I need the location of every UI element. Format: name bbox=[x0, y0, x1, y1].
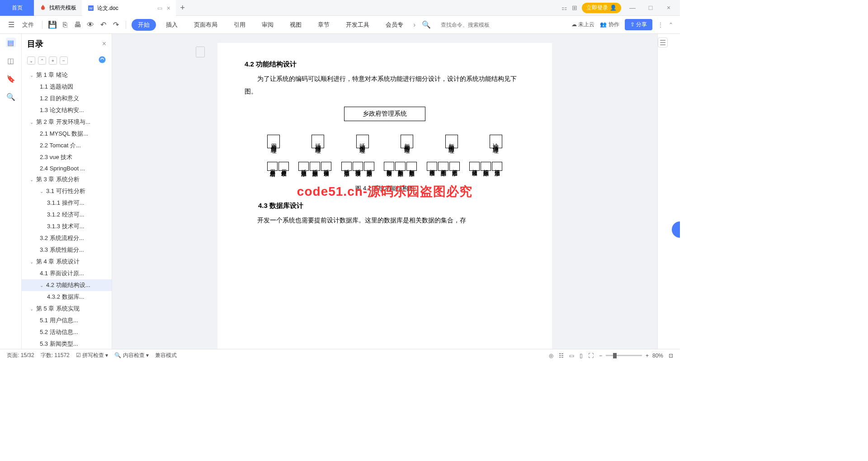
close-panel-icon[interactable]: × bbox=[102, 40, 106, 48]
menu-member[interactable]: 会员专 bbox=[379, 19, 410, 31]
split-icon[interactable]: ▭ bbox=[157, 5, 162, 11]
menu-start[interactable]: 开始 bbox=[132, 19, 156, 31]
zoom-in-icon[interactable]: + bbox=[646, 353, 649, 359]
search-panel-icon[interactable]: 🔍 bbox=[6, 92, 16, 102]
minimize-button[interactable]: — bbox=[626, 4, 639, 11]
page-mode-icon[interactable]: ▯ bbox=[580, 353, 583, 359]
close-button[interactable]: × bbox=[662, 4, 675, 11]
settings-icon[interactable]: ☰ bbox=[658, 38, 668, 47]
outline-item[interactable]: 3.1.2 经济可... bbox=[22, 209, 112, 221]
page-margin-icon[interactable] bbox=[196, 47, 205, 57]
maximize-button[interactable]: □ bbox=[644, 4, 657, 11]
outline-icon[interactable]: ▤ bbox=[6, 38, 16, 47]
outline-item[interactable]: 3.1.1 操作可... bbox=[22, 197, 112, 209]
tab-home[interactable]: 首页 bbox=[0, 0, 34, 16]
outline-item[interactable]: 5.2 活动信息... bbox=[22, 326, 112, 338]
tab-template[interactable]: 找稻壳模板 bbox=[34, 0, 82, 16]
outline-item[interactable]: 1.2 目的和意义 bbox=[22, 93, 112, 104]
layout-icon[interactable]: ⚏ bbox=[561, 4, 567, 11]
export-icon[interactable]: ⎘ bbox=[61, 20, 70, 29]
outline-item[interactable]: 2.3 vue 技术 bbox=[22, 151, 112, 163]
word-count[interactable]: 字数: 11572 bbox=[41, 352, 70, 359]
apps-icon[interactable]: ⊞ bbox=[572, 4, 577, 11]
diagram-leaf: 坛信息添加 bbox=[492, 162, 502, 171]
share-button[interactable]: ⇪ 分享 bbox=[625, 19, 652, 30]
menu-dev[interactable]: 开发工具 bbox=[340, 19, 376, 31]
tab-label: 找稻壳模板 bbox=[49, 4, 76, 12]
remove-icon[interactable]: − bbox=[60, 56, 68, 65]
read-mode-icon[interactable]: ☷ bbox=[559, 353, 564, 359]
file-menu[interactable]: 文件 bbox=[19, 19, 37, 31]
zoom-slider[interactable] bbox=[606, 355, 642, 356]
menu-review[interactable]: 审阅 bbox=[255, 19, 280, 31]
fit-icon[interactable]: ⊡ bbox=[669, 353, 673, 359]
diagram-node: 新闻类型管理 bbox=[401, 135, 413, 148]
new-tab-button[interactable]: + bbox=[176, 3, 189, 13]
outline-item[interactable]: ⌄第 2 章 开发环境与... bbox=[22, 116, 112, 128]
outline-item[interactable]: 2.2 Tomcat 介... bbox=[22, 140, 112, 151]
search-icon: 🔍 bbox=[422, 20, 431, 29]
cloud-status[interactable]: ☁ 未上云 bbox=[571, 21, 594, 28]
spellcheck-button[interactable]: ☑ 拼写检查 ▾ bbox=[76, 352, 108, 359]
expand-all-icon[interactable]: ⌃ bbox=[38, 56, 46, 65]
compat-mode[interactable]: 兼容模式 bbox=[155, 352, 177, 359]
outline-item[interactable]: 4.1 界面设计原... bbox=[22, 268, 112, 279]
login-button[interactable]: 立即登录👤 bbox=[582, 3, 621, 13]
diagram-node: 新闻动态管理 bbox=[445, 135, 458, 148]
diagram-leaf: 闻动态添加 bbox=[449, 162, 460, 171]
outline-item[interactable]: ⌄第 4 章 系统设计 bbox=[22, 256, 112, 268]
diagram-node: 活动信息管理 bbox=[311, 135, 324, 148]
menu-insert[interactable]: 插入 bbox=[160, 19, 184, 31]
save-icon[interactable]: 💾 bbox=[48, 20, 57, 29]
user-icon: 👤 bbox=[610, 5, 617, 11]
outline-item[interactable]: 5.1 用户信息... bbox=[22, 315, 112, 326]
menu-view[interactable]: 视图 bbox=[283, 19, 308, 31]
outline-item[interactable]: ⌄第 3 章 系统分析 bbox=[22, 174, 112, 185]
diagram-leaf: 活动类型添加 bbox=[341, 162, 352, 171]
collab-button[interactable]: 👥 协作 bbox=[600, 21, 619, 28]
outline-item[interactable]: 4.3.2 数据库... bbox=[22, 291, 112, 303]
sync-icon[interactable] bbox=[98, 56, 106, 66]
zoom-control[interactable]: − + 80% bbox=[599, 353, 663, 359]
diagram-node: 用户信息管理 bbox=[267, 135, 280, 148]
search-input[interactable] bbox=[439, 20, 507, 30]
print-icon[interactable]: 🖶 bbox=[73, 20, 82, 29]
menu-layout[interactable]: 页面布局 bbox=[188, 19, 224, 31]
outline-item[interactable]: ⌄第 1 章 绪论 bbox=[22, 69, 112, 81]
add-icon[interactable]: + bbox=[49, 56, 57, 65]
outline-item[interactable]: 2.4 SpringBoot ... bbox=[22, 163, 112, 174]
paragraph: 开发一个系统也需要提前设计数据库。这里的数据库是相关数据的集合，存 bbox=[245, 214, 525, 226]
content-check-button[interactable]: 🔍 内容检查 ▾ bbox=[114, 352, 149, 359]
collapse-all-icon[interactable]: ⌄ bbox=[27, 56, 35, 65]
outline-item[interactable]: 1.1 选题动因 bbox=[22, 81, 112, 93]
more-icon[interactable]: ⋮ bbox=[658, 22, 663, 28]
close-icon[interactable]: × bbox=[167, 5, 170, 12]
tag-icon[interactable]: 🔖 bbox=[6, 74, 16, 84]
outline-item[interactable]: ⌄4.2 功能结构设... bbox=[22, 279, 112, 291]
outline-item[interactable]: 1.3 论文结构安... bbox=[22, 104, 112, 116]
outline-item[interactable]: 5.3 新闻类型... bbox=[22, 338, 112, 349]
view-mode-icon[interactable]: ◎ bbox=[549, 353, 553, 359]
preview-icon[interactable]: 👁 bbox=[86, 20, 95, 29]
menu-chapter[interactable]: 章节 bbox=[311, 19, 336, 31]
web-mode-icon[interactable]: ▭ bbox=[569, 353, 574, 359]
document-area[interactable]: 4.2 功能结构设计 为了让系统的编码可以顺利进行，特意对本系统功能进行细分设计… bbox=[112, 34, 657, 349]
outline-item[interactable]: ⌄第 5 章 系统实现 bbox=[22, 303, 112, 315]
undo-icon[interactable]: ↶ bbox=[99, 20, 108, 29]
menu-icon[interactable]: ☰ bbox=[7, 20, 16, 29]
page-indicator[interactable]: 页面: 15/32 bbox=[7, 352, 34, 359]
figure-caption: 图 4.1 系统功能结构图 bbox=[245, 184, 525, 193]
outline-item[interactable]: ⌄3.1 可行性分析 bbox=[22, 185, 112, 197]
zoom-out-icon[interactable]: − bbox=[599, 353, 602, 359]
menu-ref[interactable]: 引用 bbox=[227, 19, 252, 31]
word-icon: W bbox=[87, 5, 94, 12]
outline-item[interactable]: 2.1 MYSQL 数据... bbox=[22, 128, 112, 140]
outline-item[interactable]: 3.3 系统性能分... bbox=[22, 244, 112, 256]
tab-document[interactable]: W 论文.doc ▭ × bbox=[82, 0, 176, 16]
focus-mode-icon[interactable]: ⛶ bbox=[588, 353, 594, 359]
collapse-icon[interactable]: ⌃ bbox=[669, 22, 673, 28]
outline-item[interactable]: 3.1.3 技术可... bbox=[22, 221, 112, 232]
redo-icon[interactable]: ↷ bbox=[111, 20, 120, 29]
outline-item[interactable]: 3.2 系统流程分... bbox=[22, 232, 112, 244]
bookmark-icon[interactable]: ◫ bbox=[6, 56, 16, 66]
